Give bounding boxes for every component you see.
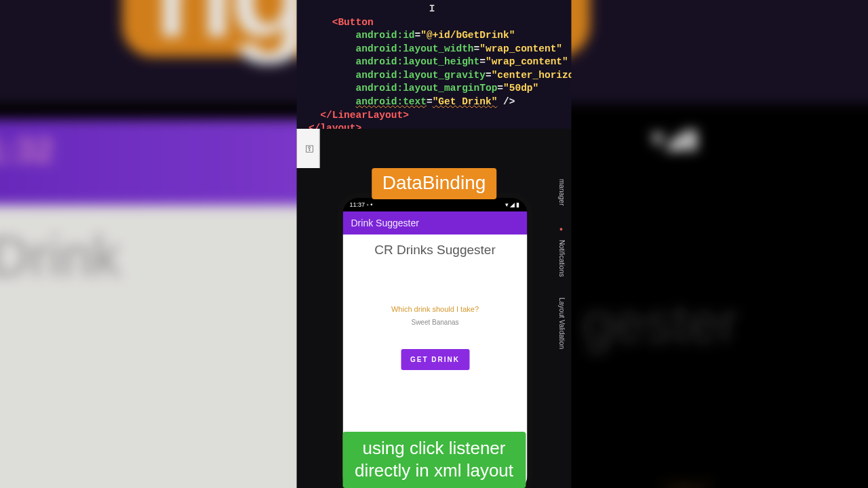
- xml-close-layout: </layout>: [309, 123, 361, 129]
- databinding-badge: DataBinding: [372, 168, 497, 199]
- phone-status-left-icons: ◦ •: [367, 201, 373, 208]
- val-margintop: "50dp": [503, 83, 538, 94]
- attr-id: android:id: [356, 30, 415, 41]
- xml-close-linearlayout: </LinearLayout>: [320, 110, 409, 121]
- val-id: "@+id/bGetDrink": [420, 30, 515, 41]
- val-height: "wrap_content": [486, 56, 568, 67]
- ide-side-rail: manager ● Notifications Layout Validatio…: [557, 176, 566, 352]
- side-item-manager[interactable]: manager: [557, 176, 566, 208]
- key-icon: ⚿: [305, 144, 314, 154]
- xml-self-close: />: [497, 96, 515, 107]
- val-gravity: "center_horizontal: [492, 70, 572, 81]
- caption-line-2: directly in xml layout: [355, 460, 513, 481]
- phone-status-right-icons: ▾◢▮: [505, 201, 521, 208]
- app-prompt: Which drink should I take?: [343, 305, 528, 313]
- emulator-panel: ⚿ DataBinding manager ● Notifications La…: [297, 129, 572, 488]
- val-text: "Get Drink": [433, 96, 498, 107]
- attr-width: android:layout_width: [356, 43, 474, 54]
- bg-card-title-right: gester: [583, 291, 738, 354]
- attr-text: android:text: [356, 96, 427, 107]
- text-cursor-icon: I: [429, 3, 435, 14]
- get-drink-button[interactable]: GET DRINK: [401, 349, 469, 370]
- bg-status-time: 11:32: [0, 131, 54, 170]
- phone-status-bar: 11:37 ◦ • ▾◢▮: [343, 198, 528, 211]
- attr-gravity: android:layout_gravity: [356, 70, 486, 81]
- app-result: Sweet Bananas: [343, 319, 528, 326]
- app-bar-title: Drink Suggester: [351, 218, 419, 228]
- attr-height: android:layout_height: [356, 56, 480, 67]
- bg-wifi-icon: ▾◢▮: [651, 123, 699, 154]
- caption-banner: using click listener directly in xml lay…: [342, 432, 526, 488]
- bg-card-title-left: Drink: [0, 224, 121, 288]
- side-item-layout-validation[interactable]: Layout Validation: [557, 295, 566, 352]
- val-width: "wrap_content": [479, 43, 562, 54]
- attr-margintop: android:layout_marginTop: [356, 83, 498, 94]
- xml-code-block: I <Button android:id="@+id/bGetDrink" an…: [297, 0, 572, 129]
- bg-which-fragment: I take?: [660, 478, 712, 488]
- side-item-notifications[interactable]: Notifications: [557, 237, 566, 279]
- app-title: CR Drinks Suggester: [343, 243, 528, 258]
- xml-tag-button: <Button: [332, 17, 374, 28]
- caption-line-1: using click listener: [363, 438, 506, 458]
- phone-status-time: 11:37: [350, 201, 366, 208]
- emulator-left-gutter: ⚿: [297, 129, 320, 168]
- bg-orange-text: ng: [153, 0, 306, 57]
- notification-dot-icon: ●: [557, 223, 566, 235]
- foreground-column: I <Button android:id="@+id/bGetDrink" an…: [297, 0, 572, 488]
- app-bar: Drink Suggester: [343, 211, 528, 235]
